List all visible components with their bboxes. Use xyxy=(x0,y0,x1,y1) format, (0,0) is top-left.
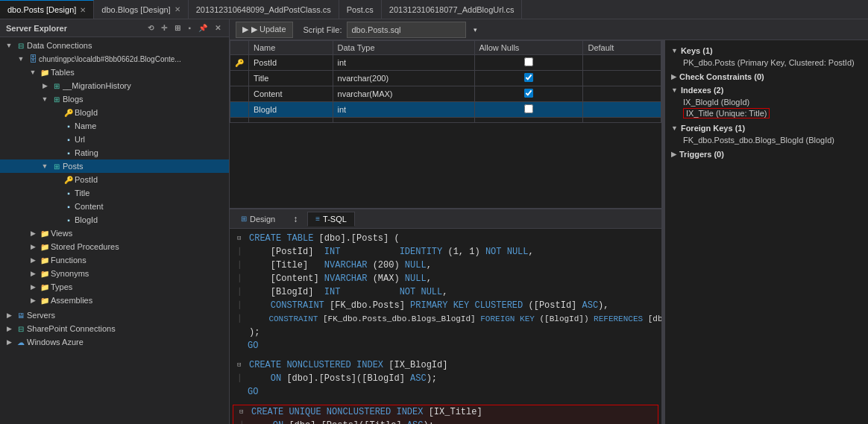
keys-section-header[interactable]: ▼ Keys (1) xyxy=(671,46,862,55)
cell-datatype[interactable] xyxy=(333,118,474,123)
tree-node-types[interactable]: ▶ 📁 Types xyxy=(0,280,229,294)
tree-node-blogid[interactable]: 🔑 BlogId xyxy=(0,106,229,119)
expand-types[interactable]: ▶ xyxy=(27,283,39,291)
tree-node-posts-blogid[interactable]: ▪ BlogId xyxy=(0,213,229,227)
script-dropdown-arrow[interactable]: ▾ xyxy=(471,25,480,35)
tree-node-blogs-name[interactable]: ▪ Name xyxy=(0,119,229,133)
pin-icon[interactable]: 📌 xyxy=(196,23,210,33)
cell-allownulls[interactable] xyxy=(474,86,583,102)
triggers-header[interactable]: ▶ Triggers (0) xyxy=(671,150,862,159)
tab-blogs-design-label: dbo.Blogs [Design] xyxy=(101,5,170,14)
tree-node-posts[interactable]: ▼ ⊞ Posts xyxy=(0,159,229,173)
tree-node-migration[interactable]: ▶ ⊞ __MigrationHistory xyxy=(0,79,229,92)
tree-node-functions[interactable]: ▶ 📁 Functions xyxy=(0,253,229,267)
check-constraints-header[interactable]: ▶ Check Constraints (0) xyxy=(671,72,862,81)
allow-nulls-checkbox[interactable] xyxy=(524,104,533,113)
cell-allownulls[interactable] xyxy=(474,102,583,118)
update-label: ▶ Update xyxy=(251,25,286,34)
properties-icon[interactable]: ▪ xyxy=(186,23,193,33)
tree-node-posts-title[interactable]: ▪ Title xyxy=(0,186,229,200)
new-connection-icon[interactable]: ✛ xyxy=(159,23,169,33)
expand-stored-procedures[interactable]: ▶ xyxy=(27,243,39,250)
tree-node-stored-procedures[interactable]: ▶ 📁 Stored Procedures xyxy=(0,240,229,253)
tree-node-sharepoint[interactable]: ▶ ⊟ SharePoint Connections xyxy=(0,322,229,335)
expand-data-connections[interactable]: ▼ xyxy=(3,42,15,49)
cell-default[interactable] xyxy=(583,118,661,123)
tab-addpost[interactable]: 201312310648099_AddPostClass.cs xyxy=(189,0,339,19)
cell-datatype[interactable]: int xyxy=(333,102,474,118)
tab-design[interactable]: ⊞ Design xyxy=(233,212,283,227)
expand-posts[interactable]: ▼ xyxy=(39,162,51,170)
tree-node-blogs[interactable]: ▼ ⊞ Blogs xyxy=(0,92,229,106)
cell-name[interactable]: BlogId xyxy=(249,102,333,118)
expand-synonyms[interactable]: ▶ xyxy=(27,270,39,277)
expand-sharepoint[interactable]: ▶ xyxy=(3,325,15,332)
tab-post[interactable]: Post.cs xyxy=(339,0,382,19)
tab-tsql[interactable]: ≡ T-SQL xyxy=(307,212,355,227)
tree-node-servers[interactable]: ▶ 🖥 Servers xyxy=(0,308,229,322)
tab-addblog[interactable]: 201312310618077_AddBlogUrl.cs xyxy=(382,0,523,19)
tab-blogs-design[interactable]: dbo.Blogs [Design] ✕ xyxy=(94,0,188,19)
expand-assemblies[interactable]: ▶ xyxy=(27,297,39,304)
collapse-btn-3[interactable]: ⊟ xyxy=(239,408,243,416)
cell-name[interactable] xyxy=(249,118,333,123)
expand-server[interactable]: ▼ xyxy=(15,55,27,63)
cell-name[interactable]: Content xyxy=(249,86,333,102)
collapse-btn-2[interactable]: ⊟ xyxy=(237,361,241,369)
views-folder-icon: 📁 xyxy=(39,227,51,239)
indexes-section-header[interactable]: ▼ Indexes (2) xyxy=(671,86,862,95)
table-row[interactable]: 🔑PostIdint xyxy=(230,55,661,71)
table-row[interactable] xyxy=(230,118,661,123)
refresh-icon[interactable]: ⟲ xyxy=(145,23,156,33)
table-design-area: Name Data Type Allow Nulls Default 🔑Post… xyxy=(230,40,662,424)
expand-blogs[interactable]: ▼ xyxy=(39,95,51,103)
cell-datatype[interactable]: int xyxy=(333,55,474,71)
tree-node-synonyms[interactable]: ▶ 📁 Synonyms xyxy=(0,267,229,280)
tab-posts-design[interactable]: dbo.Posts [Design] ✕ xyxy=(0,0,94,19)
expand-views[interactable]: ▶ xyxy=(27,230,39,237)
tree-node-blogs-rating[interactable]: ▪ Rating xyxy=(0,146,229,159)
tree-node-data-connections[interactable]: ▼ ⊟ Data Connections xyxy=(0,39,229,52)
tree-node-blogs-url[interactable]: ▪ Url xyxy=(0,133,229,146)
allow-nulls-checkbox[interactable] xyxy=(524,89,533,98)
cell-default[interactable] xyxy=(583,55,661,71)
tree-node-azure[interactable]: ▶ ☁ Windows Azure xyxy=(0,335,229,349)
tree-node-tables[interactable]: ▼ 📁 Tables xyxy=(0,66,229,79)
tab-blogs-design-close[interactable]: ✕ xyxy=(174,5,180,13)
cell-default[interactable] xyxy=(583,102,661,118)
collapse-btn-1[interactable]: ⊟ xyxy=(237,235,241,242)
update-button[interactable]: ▶ ▶ Update xyxy=(236,22,293,38)
foreign-keys-header[interactable]: ▼ Foreign Keys (1) xyxy=(671,124,862,133)
tree-node-assemblies[interactable]: ▶ 📁 Assemblies xyxy=(0,294,229,307)
table-row[interactable]: Titlenvarchar(200) xyxy=(230,71,661,86)
expand-azure[interactable]: ▶ xyxy=(3,338,15,346)
script-file-input[interactable] xyxy=(347,22,466,38)
tree-node-postid[interactable]: 🔑 PostId xyxy=(0,173,229,186)
close-panel-icon[interactable]: ✕ xyxy=(213,23,223,33)
tab-addblog-label: 201312310618077_AddBlogUrl.cs xyxy=(389,5,515,14)
tab-posts-design-close[interactable]: ✕ xyxy=(80,6,86,14)
tab-refresh[interactable]: ↕ xyxy=(285,211,306,227)
tree-node-server[interactable]: ▼ 🗄 chuntingpc\localdb#8bb0662d.BlogCont… xyxy=(0,52,229,66)
expand-migration[interactable]: ▶ xyxy=(39,82,51,89)
table-row[interactable]: BlogIdint xyxy=(230,102,661,118)
cell-default[interactable] xyxy=(583,86,661,102)
cell-name[interactable]: PostId xyxy=(249,55,333,71)
cell-name[interactable]: Title xyxy=(249,71,333,86)
sql-code-11: CREATE UNIQUE NONCLUSTERED INDEX [IX_Tit… xyxy=(251,405,652,419)
expand-functions[interactable]: ▶ xyxy=(27,256,39,264)
cell-default[interactable] xyxy=(583,71,661,86)
cell-datatype[interactable]: nvarchar(200) xyxy=(333,71,474,86)
table-row[interactable]: Contentnvarchar(MAX) xyxy=(230,86,661,102)
tree-node-views[interactable]: ▶ 📁 Views xyxy=(0,227,229,240)
allow-nulls-checkbox[interactable] xyxy=(524,57,533,66)
filter-icon[interactable]: ⊞ xyxy=(172,23,183,33)
expand-servers[interactable]: ▶ xyxy=(3,311,15,319)
expand-tables[interactable]: ▼ xyxy=(27,69,39,76)
allow-nulls-checkbox[interactable] xyxy=(524,73,533,82)
cell-allownulls[interactable] xyxy=(474,55,583,71)
cell-allownulls[interactable] xyxy=(474,71,583,86)
cell-datatype[interactable]: nvarchar(MAX) xyxy=(333,86,474,102)
cell-allownulls[interactable] xyxy=(474,118,583,123)
tree-node-posts-content[interactable]: ▪ Content xyxy=(0,200,229,213)
